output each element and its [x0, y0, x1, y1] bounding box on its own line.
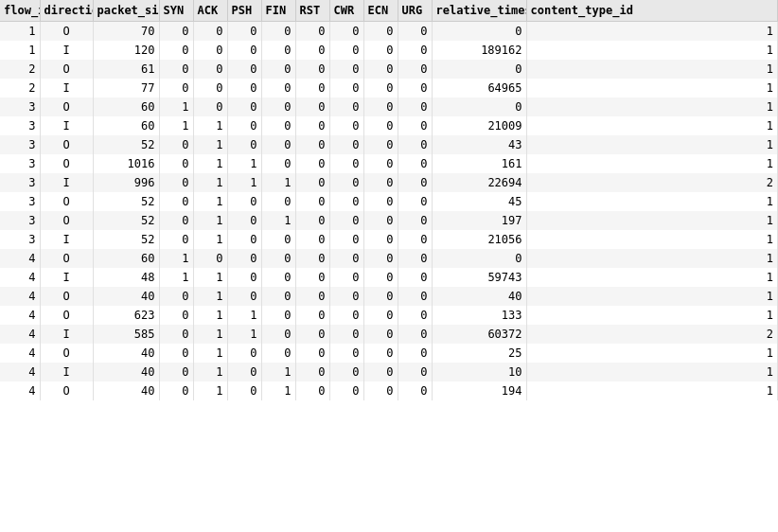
cell-cwr: 0: [329, 22, 363, 42]
cell-packet_size: 60: [93, 249, 159, 268]
cell-urg: 0: [398, 287, 432, 306]
cell-flow_id: 1: [0, 22, 40, 42]
cell-syn: 1: [159, 249, 193, 268]
cell-relative_timestamp: 45: [432, 192, 526, 211]
cell-direction: O: [40, 249, 93, 268]
cell-fin: 0: [261, 287, 295, 306]
cell-rst: 0: [295, 173, 329, 192]
cell-psh: 0: [227, 116, 261, 135]
cell-content_type_id: 1: [526, 268, 778, 287]
table-row: 3O1016011000001611: [0, 154, 778, 173]
cell-rst: 0: [295, 60, 329, 79]
cell-content_type_id: 2: [526, 173, 778, 192]
cell-direction: O: [40, 306, 93, 325]
cell-direction: O: [40, 381, 93, 400]
cell-relative_timestamp: 22694: [432, 173, 526, 192]
cell-direction: O: [40, 344, 93, 363]
table-row: 3O5201000000451: [0, 192, 778, 211]
cell-ecn: 0: [363, 60, 398, 79]
cell-ack: 1: [193, 306, 227, 325]
cell-ecn: 0: [363, 268, 398, 287]
cell-syn: 0: [159, 211, 193, 230]
cell-psh: 0: [227, 363, 261, 381]
cell-flow_id: 4: [0, 325, 40, 344]
cell-syn: 0: [159, 41, 193, 60]
cell-flow_id: 3: [0, 154, 40, 173]
cell-packet_size: 52: [93, 192, 159, 211]
cell-ecn: 0: [363, 173, 398, 192]
cell-packet_size: 1016: [93, 154, 159, 173]
cell-packet_size: 60: [93, 116, 159, 135]
cell-fin: 0: [261, 154, 295, 173]
cell-ack: 1: [193, 381, 227, 400]
cell-relative_timestamp: 189162: [432, 41, 526, 60]
cell-flow_id: 4: [0, 381, 40, 400]
cell-rst: 0: [295, 116, 329, 135]
cell-ecn: 0: [363, 41, 398, 60]
cell-direction: O: [40, 287, 93, 306]
cell-rst: 0: [295, 41, 329, 60]
cell-content_type_id: 1: [526, 135, 778, 154]
cell-urg: 0: [398, 325, 432, 344]
cell-cwr: 0: [329, 344, 363, 363]
cell-rst: 0: [295, 211, 329, 230]
cell-ack: 1: [193, 268, 227, 287]
cell-fin: 0: [261, 325, 295, 344]
cell-rst: 0: [295, 287, 329, 306]
table-header-row: flow_iddirectionpacket_sizeSYNACKPSHFINR…: [0, 0, 778, 22]
cell-ack: 0: [193, 22, 227, 42]
cell-ecn: 0: [363, 116, 398, 135]
cell-fin: 0: [261, 135, 295, 154]
cell-direction: O: [40, 211, 93, 230]
col-header-content_type_id: content_type_id: [526, 0, 778, 22]
cell-cwr: 0: [329, 98, 363, 116]
cell-psh: 1: [227, 325, 261, 344]
cell-cwr: 0: [329, 116, 363, 135]
cell-syn: 1: [159, 116, 193, 135]
cell-direction: O: [40, 22, 93, 42]
cell-cwr: 0: [329, 192, 363, 211]
cell-content_type_id: 1: [526, 211, 778, 230]
cell-rst: 0: [295, 192, 329, 211]
cell-cwr: 0: [329, 60, 363, 79]
cell-syn: 0: [159, 363, 193, 381]
cell-content_type_id: 1: [526, 249, 778, 268]
cell-fin: 0: [261, 98, 295, 116]
cell-rst: 0: [295, 22, 329, 42]
cell-ack: 0: [193, 249, 227, 268]
cell-content_type_id: 1: [526, 22, 778, 42]
cell-content_type_id: 1: [526, 306, 778, 325]
table-row: 3O52010100001971: [0, 211, 778, 230]
col-header-urg: URG: [398, 0, 432, 22]
cell-relative_timestamp: 21009: [432, 116, 526, 135]
cell-ack: 1: [193, 230, 227, 249]
cell-ack: 1: [193, 135, 227, 154]
cell-flow_id: 3: [0, 135, 40, 154]
cell-content_type_id: 1: [526, 381, 778, 400]
cell-urg: 0: [398, 41, 432, 60]
table-row: 3I6011000000210091: [0, 116, 778, 135]
cell-rst: 0: [295, 325, 329, 344]
cell-rst: 0: [295, 249, 329, 268]
cell-psh: 0: [227, 344, 261, 363]
cell-psh: 0: [227, 211, 261, 230]
cell-content_type_id: 1: [526, 60, 778, 79]
cell-relative_timestamp: 0: [432, 249, 526, 268]
cell-ecn: 0: [363, 135, 398, 154]
cell-direction: I: [40, 230, 93, 249]
cell-psh: 1: [227, 306, 261, 325]
cell-syn: 0: [159, 192, 193, 211]
cell-ack: 1: [193, 344, 227, 363]
table-row: 4O623011000001331: [0, 306, 778, 325]
cell-content_type_id: 1: [526, 116, 778, 135]
cell-fin: 1: [261, 381, 295, 400]
cell-flow_id: 3: [0, 173, 40, 192]
cell-flow_id: 4: [0, 344, 40, 363]
cell-packet_size: 996: [93, 173, 159, 192]
table-row: 1I120000000001891621: [0, 41, 778, 60]
cell-rst: 0: [295, 98, 329, 116]
cell-packet_size: 40: [93, 287, 159, 306]
table-row: 3O5201000000431: [0, 135, 778, 154]
cell-relative_timestamp: 40: [432, 287, 526, 306]
cell-ecn: 0: [363, 325, 398, 344]
